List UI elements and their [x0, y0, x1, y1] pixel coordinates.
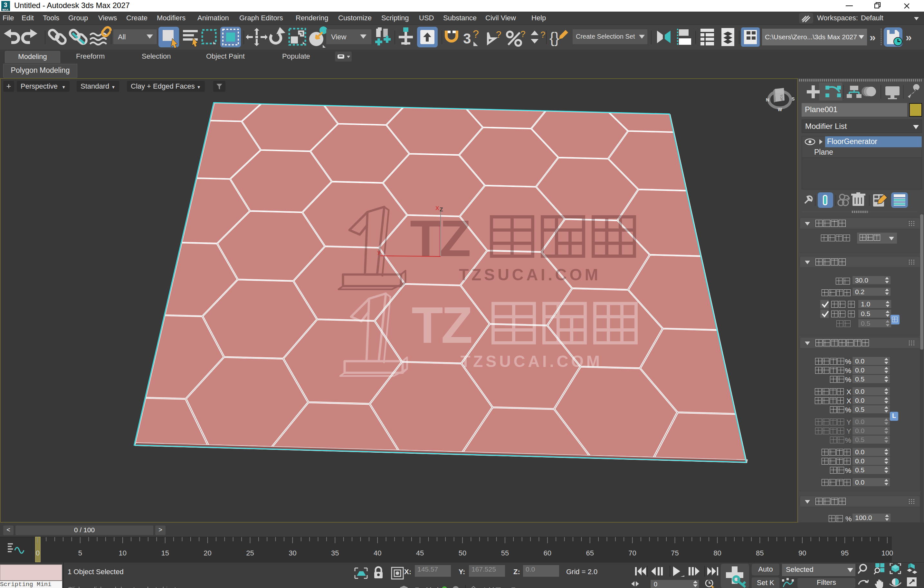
svg-text:C:\Users\Zero...\3ds Max 2027: C:\Users\Zero...\3ds Max 2027	[765, 33, 857, 41]
svg-text:3: 3	[463, 31, 471, 46]
svg-text:55: 55	[501, 549, 509, 557]
svg-text:45: 45	[416, 549, 424, 557]
svg-text:MAX: MAX	[3, 8, 9, 11]
svg-text:0: 0	[36, 549, 40, 557]
svg-text:»: »	[870, 31, 876, 43]
svg-text:0: 0	[654, 581, 657, 588]
svg-text:20: 20	[203, 549, 211, 557]
svg-text:65: 65	[586, 549, 594, 557]
svg-text:40: 40	[374, 549, 381, 557]
svg-text:?: ?	[473, 28, 479, 40]
svg-text:{}: {}	[549, 29, 559, 46]
svg-text:View: View	[331, 33, 346, 41]
svg-text:»: »	[906, 31, 912, 43]
svg-text:X: X	[436, 205, 439, 211]
svg-text:100: 100	[881, 549, 893, 557]
svg-text:10: 10	[119, 549, 127, 557]
svg-text:75: 75	[671, 549, 678, 557]
svg-text:15: 15	[161, 549, 169, 557]
svg-text:Z: Z	[440, 206, 443, 213]
svg-text:30: 30	[289, 549, 296, 557]
svg-text:35: 35	[331, 549, 339, 557]
svg-text:5: 5	[78, 549, 82, 557]
svg-text:TOP: TOP	[779, 94, 784, 101]
svg-text:90: 90	[799, 549, 806, 557]
svg-text:25: 25	[246, 549, 254, 557]
svg-text:?: ?	[540, 30, 546, 40]
svg-text:70: 70	[629, 549, 636, 557]
svg-text:3: 3	[3, 1, 7, 8]
svg-text:All: All	[118, 33, 125, 41]
svg-text:50: 50	[459, 549, 466, 557]
svg-text:?: ?	[520, 29, 526, 39]
svg-text:95: 95	[841, 549, 849, 557]
svg-text:60: 60	[544, 549, 551, 557]
svg-text:N: N	[766, 97, 769, 102]
svg-text:80: 80	[713, 549, 721, 557]
svg-text:Enabled: Enabled	[415, 586, 438, 588]
svg-text:S: S	[792, 96, 795, 101]
svg-text:Create Selection Set: Create Selection Set	[576, 33, 635, 40]
svg-text:y: y	[378, 249, 380, 255]
svg-text:Add Time Tag: Add Time Tag	[482, 586, 522, 588]
svg-text:W: W	[778, 107, 782, 112]
svg-text:?: ?	[496, 29, 502, 40]
svg-text:85: 85	[756, 549, 764, 557]
